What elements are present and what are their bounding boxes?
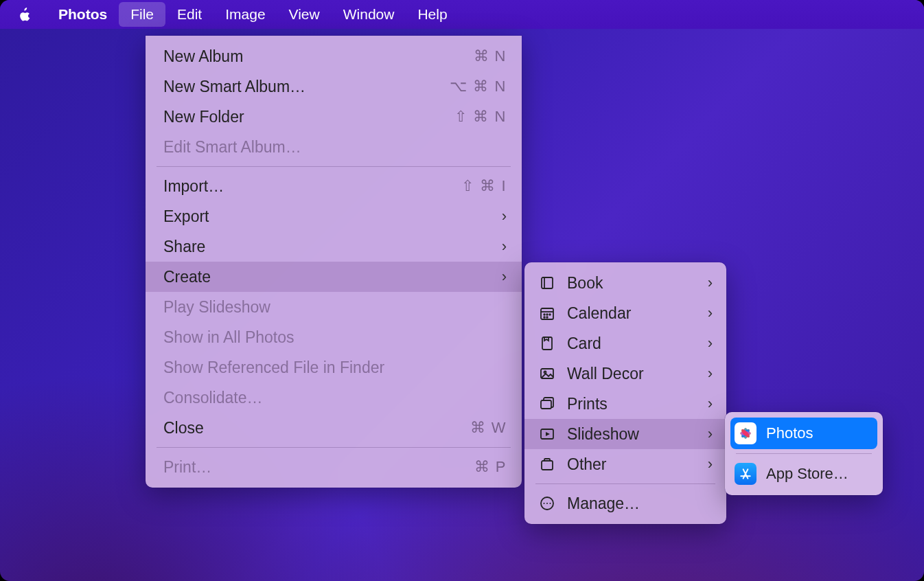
menubar-app-name[interactable]: Photos (47, 2, 119, 27)
chevron-right-icon: › (498, 238, 507, 255)
menu-item-close[interactable]: Close ⌘ W (146, 413, 522, 443)
prints-icon (537, 396, 557, 412)
svg-point-5 (546, 314, 548, 315)
chevron-right-icon: › (704, 365, 713, 383)
slideshow-icon (537, 426, 557, 442)
svg-point-8 (546, 317, 548, 318)
menu-item-label: Edit Smart Album… (163, 138, 507, 157)
menu-item-edit-smart-album: Edit Smart Album… (146, 132, 522, 162)
desktop: Photos File Edit Image View Window Help … (0, 0, 924, 581)
menu-item-play-slideshow: Play Slideshow (146, 292, 522, 322)
manage-icon (537, 495, 557, 512)
svg-rect-12 (541, 400, 551, 409)
menu-item-shortcut: ⇧ ⌘ I (461, 177, 507, 195)
menu-item-label: New Smart Album… (163, 78, 450, 96)
calendar-icon (537, 305, 557, 321)
menu-item-label: Consolidate… (163, 389, 507, 407)
menu-item-consolidate: Consolidate… (146, 383, 522, 413)
menu-separator (736, 453, 872, 454)
photos-app-icon (735, 422, 756, 444)
svg-point-19 (550, 503, 551, 504)
menu-item-label: Calendar (567, 304, 704, 323)
chevron-right-icon: › (704, 334, 713, 352)
menu-item-calendar[interactable]: Calendar › (524, 298, 726, 328)
menu-item-label: Book (567, 274, 704, 293)
menu-item-photos-app[interactable]: Photos (730, 418, 877, 449)
menu-item-app-store[interactable]: App Store… (725, 458, 883, 490)
menu-item-shortcut: ⌘ P (474, 458, 507, 476)
walldecor-icon (537, 365, 557, 382)
menubar-item-file[interactable]: File (119, 2, 165, 27)
menu-item-print: Print… ⌘ P (146, 452, 522, 482)
menu-item-label: New Album (163, 47, 474, 66)
appstore-app-icon (735, 463, 756, 485)
create-submenu: Book › Calendar › Card › Wall Decor › Pr… (524, 262, 726, 524)
chevron-right-icon: › (498, 268, 507, 286)
menu-item-shortcut: ⌘ W (470, 419, 507, 437)
menu-item-slideshow[interactable]: Slideshow › (524, 419, 726, 449)
book-icon (537, 275, 557, 291)
menubar-item-view[interactable]: View (277, 2, 332, 27)
menu-item-show-referenced-file: Show Referenced File in Finder (146, 352, 522, 383)
svg-point-6 (549, 314, 551, 315)
apple-logo-icon[interactable] (16, 7, 47, 22)
menu-item-label: Play Slideshow (163, 298, 507, 317)
chevron-right-icon: › (704, 274, 713, 292)
menu-item-label: Close (163, 419, 470, 437)
menu-separator (157, 447, 511, 448)
menu-item-label: Create (163, 268, 498, 286)
card-icon (537, 335, 557, 352)
menu-item-share[interactable]: Share › (146, 231, 522, 262)
svg-rect-0 (542, 277, 553, 288)
menu-item-label: Other (567, 455, 704, 474)
menu-item-card[interactable]: Card › (524, 328, 726, 358)
menubar-item-image[interactable]: Image (213, 2, 277, 27)
menu-item-label: App Store… (766, 465, 872, 483)
menu-item-label: Import… (163, 177, 461, 196)
menu-item-label: Slideshow (567, 425, 704, 444)
menu-item-shortcut: ⌥ ⌘ N (450, 78, 507, 95)
menu-item-label: Photos (766, 424, 872, 442)
other-icon (537, 456, 557, 472)
menu-item-label: Print… (163, 458, 474, 477)
chevron-right-icon: › (704, 425, 713, 443)
menubar-item-edit[interactable]: Edit (165, 2, 213, 27)
menu-item-show-in-all-photos: Show in All Photos (146, 322, 522, 352)
menubar-item-window[interactable]: Window (332, 2, 406, 27)
svg-point-17 (544, 503, 545, 504)
menu-item-new-smart-album[interactable]: New Smart Album… ⌥ ⌘ N (146, 71, 522, 102)
svg-point-18 (546, 503, 548, 504)
menubar-item-help[interactable]: Help (406, 2, 459, 27)
file-menu: New Album ⌘ N New Smart Album… ⌥ ⌘ N New… (146, 36, 522, 488)
menu-item-label: Export (163, 207, 498, 226)
menu-item-other[interactable]: Other › (524, 449, 726, 479)
svg-rect-14 (542, 461, 553, 470)
menu-item-new-album[interactable]: New Album ⌘ N (146, 41, 522, 71)
menu-item-new-folder[interactable]: New Folder ⇧ ⌘ N (146, 102, 522, 132)
menu-item-label: New Folder (163, 108, 454, 126)
menu-item-label: Card (567, 334, 704, 353)
menu-item-create[interactable]: Create › (146, 262, 522, 292)
menu-item-label: Show Referenced File in Finder (163, 358, 507, 377)
svg-point-4 (544, 314, 545, 315)
menu-item-label: Wall Decor (567, 365, 704, 383)
chevron-right-icon: › (704, 455, 713, 473)
menu-item-shortcut: ⇧ ⌘ N (454, 108, 507, 126)
menu-item-label: Manage… (567, 494, 713, 513)
menu-item-export[interactable]: Export › (146, 201, 522, 231)
menu-item-import[interactable]: Import… ⇧ ⌘ I (146, 171, 522, 201)
svg-rect-15 (544, 459, 550, 461)
chevron-right-icon: › (704, 304, 713, 322)
slideshow-submenu: Photos App Store… (725, 412, 883, 495)
menu-item-manage[interactable]: Manage… (524, 488, 726, 519)
menu-item-label: Share (163, 238, 498, 256)
menu-separator (157, 166, 511, 167)
menu-item-shortcut: ⌘ N (474, 47, 507, 65)
menu-item-wall-decor[interactable]: Wall Decor › (524, 358, 726, 389)
menu-item-label: Show in All Photos (163, 328, 507, 347)
menu-item-label: Prints (567, 395, 704, 413)
menu-item-book[interactable]: Book › (524, 268, 726, 298)
menu-separator (535, 483, 715, 484)
menu-item-prints[interactable]: Prints › (524, 389, 726, 419)
menubar: Photos File Edit Image View Window Help (0, 0, 924, 29)
